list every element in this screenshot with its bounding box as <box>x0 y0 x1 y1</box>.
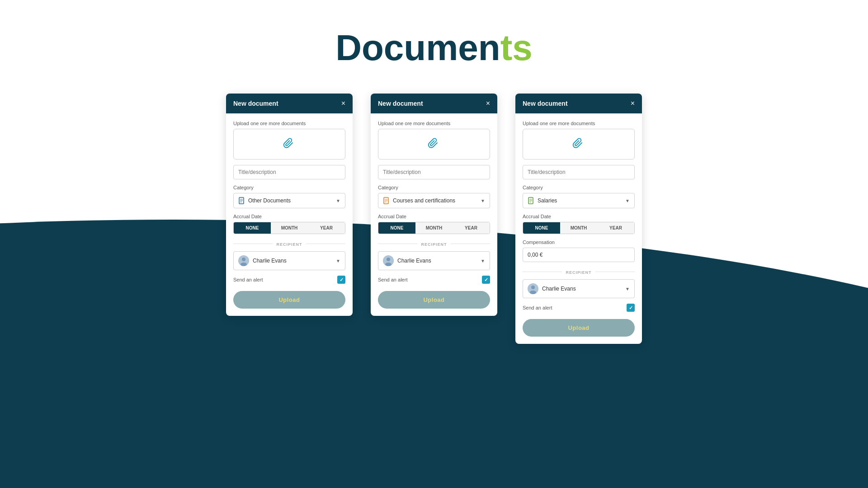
alert-row: Send an alert ✓ <box>233 276 345 284</box>
modal-title: New document <box>233 100 278 107</box>
recipient-section: RECIPIENT Charlie Evans ▼ <box>233 239 345 270</box>
recipient-select[interactable]: Charlie Evans ▼ <box>523 279 635 298</box>
attachment-icon <box>572 136 585 152</box>
checkmark-icon: ✓ <box>340 277 344 283</box>
alert-label: Send an alert <box>378 277 407 282</box>
upload-button[interactable]: Upload <box>523 319 635 337</box>
modal-body: Upload one ore more documents Category O… <box>226 113 353 316</box>
recipient-label: RECIPIENT <box>273 242 306 247</box>
accrual-btn-none[interactable]: NONE <box>523 222 560 234</box>
accrual-btn-year[interactable]: YEAR <box>597 222 634 234</box>
accrual-label: Accrual Date <box>523 214 635 219</box>
title-input[interactable] <box>233 165 345 179</box>
modal-header: New document × <box>371 94 497 113</box>
modal-title: New document <box>523 100 568 107</box>
accrual-section: Accrual Date NONE MONTH YEAR <box>378 214 490 234</box>
alert-checkbox[interactable]: ✓ <box>337 276 345 284</box>
upload-area[interactable] <box>233 129 345 160</box>
category-label: Category <box>378 185 490 190</box>
accrual-btn-none[interactable]: NONE <box>234 222 271 234</box>
accrual-btn-year[interactable]: YEAR <box>453 222 490 234</box>
cards-container: New document × Upload one ore more docum… <box>0 94 868 344</box>
modal-header: New document × <box>226 94 353 113</box>
alert-checkbox[interactable]: ✓ <box>482 276 490 284</box>
avatar <box>238 255 249 266</box>
recipient-select[interactable]: Charlie Evans ▼ <box>233 251 345 270</box>
close-button[interactable]: × <box>341 100 345 107</box>
recipient-section: RECIPIENT Charlie Evans ▼ <box>523 267 635 298</box>
accrual-buttons: NONE MONTH YEAR <box>523 222 635 234</box>
recipient-info: Charlie Evans <box>383 255 431 266</box>
accrual-btn-month[interactable]: MONTH <box>271 222 308 234</box>
recipient-chevron-icon: ▼ <box>625 286 630 291</box>
modal-body: Upload one ore more documents Category C… <box>371 113 497 316</box>
category-label: Category <box>523 185 635 190</box>
compensation-section: Compensation <box>523 239 635 262</box>
category-select[interactable]: Courses and certifications ▼ <box>378 193 490 208</box>
upload-button[interactable]: Upload <box>378 291 490 309</box>
svg-point-11 <box>530 291 536 294</box>
category-icon <box>528 197 535 204</box>
accrual-section: Accrual Date NONE MONTH YEAR <box>523 214 635 234</box>
alert-label: Send an alert <box>233 277 263 282</box>
accrual-section: Accrual Date NONE MONTH YEAR <box>233 214 345 234</box>
recipient-name: Charlie Evans <box>542 286 576 292</box>
checkmark-icon: ✓ <box>629 305 633 311</box>
category-select[interactable]: Salaries ▼ <box>523 193 635 208</box>
category-select[interactable]: Other Documents ▼ <box>233 193 345 208</box>
recipient-divider: RECIPIENT <box>378 239 490 248</box>
title-dark-part: Documen <box>335 28 500 68</box>
compensation-label: Compensation <box>523 239 635 245</box>
close-button[interactable]: × <box>631 100 635 107</box>
recipient-info: Charlie Evans <box>238 255 287 266</box>
upload-area[interactable] <box>378 129 490 160</box>
accrual-label: Accrual Date <box>378 214 490 219</box>
upload-button[interactable]: Upload <box>233 291 345 309</box>
category-value-display: Courses and certifications <box>383 197 455 204</box>
accrual-btn-none[interactable]: NONE <box>378 222 415 234</box>
accrual-btn-year[interactable]: YEAR <box>308 222 345 234</box>
recipient-name: Charlie Evans <box>253 258 287 264</box>
upload-area[interactable] <box>523 129 635 160</box>
accrual-buttons: NONE MONTH YEAR <box>233 222 345 234</box>
attachment-icon <box>283 136 296 152</box>
accrual-btn-month[interactable]: MONTH <box>415 222 453 234</box>
recipient-select[interactable]: Charlie Evans ▼ <box>378 251 490 270</box>
category-value-display: Salaries <box>528 197 557 204</box>
modal-header: New document × <box>515 94 642 113</box>
alert-checkbox[interactable]: ✓ <box>627 304 635 312</box>
close-button[interactable]: × <box>486 100 490 107</box>
upload-label: Upload one ore more documents <box>523 121 635 126</box>
category-label: Category <box>233 185 345 190</box>
upload-label: Upload one ore more documents <box>233 121 345 126</box>
alert-row: Send an alert ✓ <box>523 304 635 312</box>
title-green-part: ts <box>500 28 533 68</box>
alert-row: Send an alert ✓ <box>378 276 490 284</box>
modal-card-2: New document × Upload one ore more docum… <box>371 94 497 316</box>
avatar <box>383 255 394 266</box>
attachment-icon <box>427 136 441 152</box>
category-text: Salaries <box>538 197 557 204</box>
page-title: Documents <box>0 0 868 69</box>
checkmark-icon: ✓ <box>484 277 488 283</box>
category-value-display: Other Documents <box>238 197 291 204</box>
category-icon <box>383 197 390 204</box>
category-text: Other Documents <box>248 197 291 204</box>
title-input[interactable] <box>523 165 635 179</box>
svg-point-10 <box>531 286 535 289</box>
recipient-divider: RECIPIENT <box>233 239 345 248</box>
recipient-chevron-icon: ▼ <box>481 258 485 263</box>
recipient-info: Charlie Evans <box>528 283 576 294</box>
accrual-label: Accrual Date <box>233 214 345 219</box>
modal-title: New document <box>378 100 423 107</box>
category-icon <box>238 197 245 204</box>
recipient-section: RECIPIENT Charlie Evans ▼ <box>378 239 490 270</box>
recipient-name: Charlie Evans <box>397 258 431 264</box>
recipient-label: RECIPIENT <box>417 242 450 247</box>
accrual-btn-month[interactable]: MONTH <box>560 222 597 234</box>
chevron-down-icon: ▼ <box>481 198 485 203</box>
compensation-input[interactable] <box>523 248 635 262</box>
title-input[interactable] <box>378 165 490 179</box>
svg-point-6 <box>387 258 390 261</box>
modal-card-1: New document × Upload one ore more docum… <box>226 94 353 316</box>
